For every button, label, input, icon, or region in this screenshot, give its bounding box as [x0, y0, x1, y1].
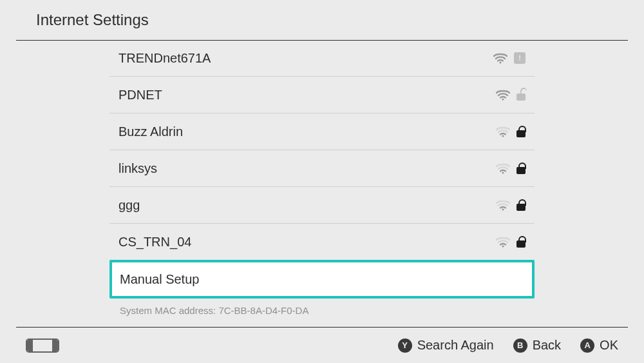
b-button-icon: B: [513, 338, 527, 353]
lock-closed-icon: [516, 236, 526, 248]
network-status-icons: [496, 89, 526, 101]
wifi-signal-icon: [496, 162, 510, 174]
lock-closed-icon: [516, 162, 526, 174]
network-status-icons: !: [493, 52, 526, 64]
ok-label: OK: [600, 338, 618, 353]
svg-point-0: [499, 61, 501, 63]
page-title: Internet Settings: [36, 11, 149, 29]
lock-box-icon: !: [514, 52, 526, 64]
network-row[interactable]: ggg: [109, 187, 535, 223]
wifi-signal-icon: [496, 199, 510, 211]
network-row[interactable]: PDNET: [109, 77, 535, 113]
network-name: Buzz Aldrin: [118, 124, 496, 139]
network-status-icons: [496, 126, 526, 137]
network-list: TRENDnet671A !PDNET Buzz Aldrin linksys …: [109, 40, 535, 316]
network-row[interactable]: linksys: [109, 150, 535, 186]
network-row[interactable]: Buzz Aldrin: [109, 113, 535, 150]
manual-setup-label: Manual Setup: [120, 272, 199, 287]
wifi-signal-icon: [496, 236, 510, 248]
header: Internet Settings: [0, 0, 644, 40]
search-again-button[interactable]: Y Search Again: [398, 338, 494, 353]
mac-address-label: System MAC address: 7C-BB-8A-D4-F0-DA: [120, 305, 535, 316]
network-name: ggg: [118, 198, 496, 213]
back-label: Back: [533, 338, 561, 353]
lock-closed-icon: [516, 126, 526, 137]
network-name: PDNET: [118, 88, 496, 103]
svg-point-4: [502, 208, 504, 210]
a-button-icon: A: [580, 338, 594, 353]
screen: Internet Settings TRENDnet671A !PDNET Bu…: [0, 0, 644, 363]
controller-icon: [26, 338, 59, 353]
network-name: CS_TRN_04: [118, 235, 496, 250]
network-row[interactable]: CS_TRN_04: [109, 224, 535, 260]
network-status-icons: [496, 162, 526, 174]
lock-open-icon: [516, 89, 526, 101]
svg-point-5: [502, 245, 504, 247]
network-status-icons: [496, 199, 526, 211]
wifi-signal-icon: [493, 52, 507, 64]
y-button-icon: Y: [398, 338, 412, 353]
ok-button[interactable]: A OK: [580, 338, 618, 353]
network-name: TRENDnet671A: [118, 51, 493, 66]
wifi-signal-icon: [496, 89, 510, 101]
svg-point-1: [502, 98, 504, 100]
search-again-label: Search Again: [417, 338, 494, 353]
wifi-signal-icon: [496, 126, 510, 137]
network-name: linksys: [118, 161, 496, 176]
network-row[interactable]: TRENDnet671A !: [109, 40, 535, 76]
footer: Y Search Again B Back A OK: [0, 328, 644, 363]
network-status-icons: [496, 236, 526, 248]
svg-point-3: [502, 172, 504, 173]
manual-setup-button[interactable]: Manual Setup: [109, 260, 535, 299]
lock-closed-icon: [516, 199, 526, 211]
svg-point-2: [502, 135, 504, 137]
back-button[interactable]: B Back: [513, 338, 561, 353]
